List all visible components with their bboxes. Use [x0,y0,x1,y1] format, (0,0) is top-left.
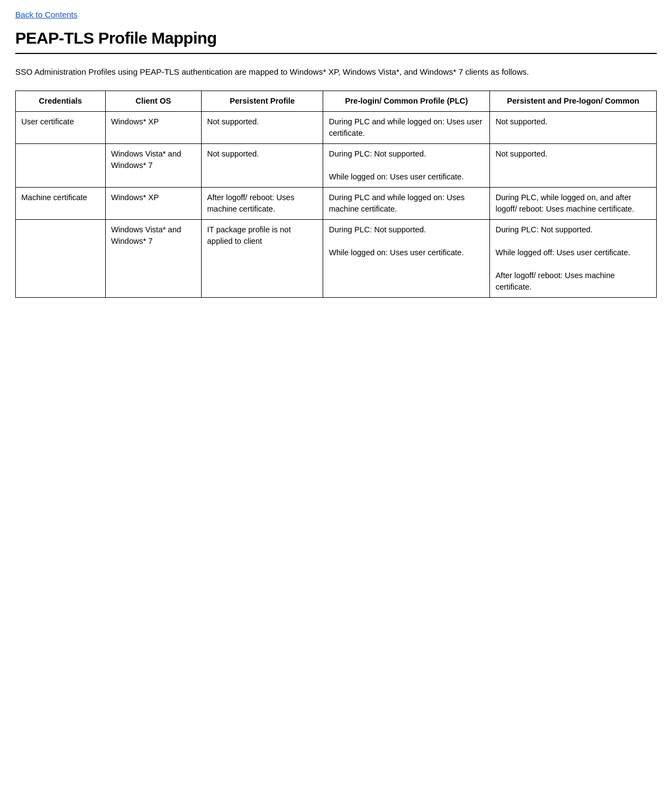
table-row: User certificateWindows* XPNot supported… [16,111,657,143]
cell-credentials: User certificate [16,111,106,143]
cell-persistent-profile: Not supported. [202,143,323,187]
table-header-row: Credentials Client OS Persistent Profile… [16,91,657,111]
cell-credentials [16,219,106,297]
header-credentials: Credentials [16,91,106,111]
page-title: PEAP-TLS Profile Mapping [15,29,657,47]
title-divider [15,53,657,54]
header-persistent-profile: Persistent Profile [202,91,323,111]
table-row: Machine certificateWindows* XPAfter logo… [16,187,657,219]
cell-persistent-pre-logon: Not supported. [490,143,657,187]
table-row: Windows Vista* and Windows* 7IT package … [16,219,657,297]
cell-persistent-profile: Not supported. [202,111,323,143]
back-to-contents-link[interactable]: Back to Contents [15,10,77,19]
intro-paragraph: SSO Administration Profiles using PEAP-T… [15,66,657,79]
cell-client-os: Windows* XP [105,187,201,219]
cell-plc: During PLC and while logged on: Uses use… [323,111,490,143]
cell-persistent-pre-logon: During PLC, while logged on, and after l… [490,187,657,219]
peap-tls-table: Credentials Client OS Persistent Profile… [15,91,657,298]
header-plc: Pre-login/ Common Profile (PLC) [323,91,490,111]
cell-client-os: Windows Vista* and Windows* 7 [105,219,201,297]
cell-client-os: Windows* XP [105,111,201,143]
header-persistent-pre-logon: Persistent and Pre-logon/ Common [490,91,657,111]
cell-client-os: Windows Vista* and Windows* 7 [105,143,201,187]
cell-persistent-pre-logon: Not supported. [490,111,657,143]
cell-credentials [16,143,106,187]
cell-plc: During PLC and while logged on: Uses mac… [323,187,490,219]
cell-persistent-profile: IT package profile is not applied to cli… [202,219,323,297]
cell-persistent-pre-logon: During PLC: Not supported.While logged o… [490,219,657,297]
table-row: Windows Vista* and Windows* 7Not support… [16,143,657,187]
cell-credentials: Machine certificate [16,187,106,219]
cell-plc: During PLC: Not supported.While logged o… [323,219,490,297]
cell-persistent-profile: After logoff/ reboot: Uses machine certi… [202,187,323,219]
cell-plc: During PLC: Not supported.While logged o… [323,143,490,187]
header-client-os: Client OS [105,91,201,111]
